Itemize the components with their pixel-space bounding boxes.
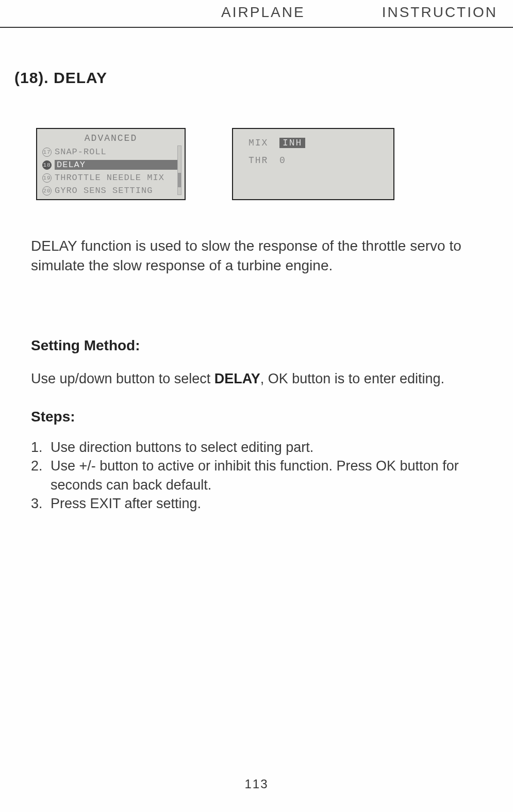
- param-value: 0: [279, 155, 286, 166]
- section-name: DELAY: [54, 69, 107, 86]
- menu-item-gyro-sens: 20 GYRO SENS SETTING: [42, 184, 179, 197]
- param-label: MIX: [249, 138, 279, 148]
- menu-number-icon: 17: [42, 148, 52, 157]
- menu-number-icon: 19: [42, 173, 52, 183]
- function-description: DELAY function is used to slow the respo…: [31, 236, 482, 275]
- scrollbar-thumb-icon: [178, 173, 181, 187]
- menu-item-label: SNAP-ROLL: [55, 147, 179, 157]
- scrollbar-icon: [177, 145, 181, 195]
- menu-item-label: GYRO SENS SETTING: [55, 186, 179, 196]
- lcd-menu-title: ADVANCED: [42, 133, 179, 143]
- step-text: Use direction buttons to select editing …: [51, 438, 482, 457]
- header-type: INSTRUCTION: [382, 4, 503, 21]
- menu-number-icon: 18: [42, 160, 52, 170]
- page-header: AIRPLANE INSTRUCTION: [0, 0, 513, 28]
- step-number: 1.: [31, 438, 51, 457]
- step-3: 3. Press EXIT after setting.: [31, 494, 482, 513]
- menu-number-icon: 20: [42, 186, 52, 196]
- step-text: Use +/- button to active or inhibit this…: [51, 457, 482, 494]
- setting-before: Use up/down button to select: [31, 371, 214, 386]
- section-title: (18). DELAY: [14, 69, 513, 87]
- setting-method-text: Use up/down button to select DELAY, OK b…: [31, 369, 482, 388]
- menu-item-label: THROTTLE NEEDLE MIX: [55, 173, 179, 183]
- step-number: 2.: [31, 457, 51, 494]
- menu-item-delay: 18 DELAY: [42, 158, 179, 171]
- step-number: 3.: [31, 494, 51, 513]
- header-category: AIRPLANE: [10, 4, 382, 21]
- steps-list: 1. Use direction buttons to select editi…: [31, 438, 482, 513]
- step-1: 1. Use direction buttons to select editi…: [31, 438, 482, 457]
- lcd-menu-screen: ADVANCED 17 SNAP-ROLL 18 DELAY 19 THROTT…: [36, 128, 186, 200]
- setting-after: , OK button is to enter editing.: [260, 371, 444, 386]
- setting-method-heading: Setting Method:: [31, 337, 482, 354]
- menu-item-throttle-needle: 19 THROTTLE NEEDLE MIX: [42, 171, 179, 184]
- step-text: Press EXIT after setting.: [51, 494, 482, 513]
- param-value: INH: [279, 138, 305, 148]
- param-row-mix: MIX INH: [249, 135, 388, 151]
- menu-item-label: DELAY: [55, 160, 179, 170]
- param-row-thr: THR 0: [249, 153, 388, 168]
- setting-bold: DELAY: [214, 371, 260, 386]
- steps-heading: Steps:: [31, 409, 482, 425]
- menu-item-snap-roll: 17 SNAP-ROLL: [42, 145, 179, 158]
- param-label: THR: [249, 155, 279, 166]
- lcd-screenshots-row: ADVANCED 17 SNAP-ROLL 18 DELAY 19 THROTT…: [36, 128, 513, 200]
- page-number: 113: [0, 777, 513, 791]
- section-number: (18).: [14, 69, 49, 86]
- step-2: 2. Use +/- button to active or inhibit t…: [31, 457, 482, 494]
- lcd-param-screen: MIX INH THR 0: [232, 128, 394, 200]
